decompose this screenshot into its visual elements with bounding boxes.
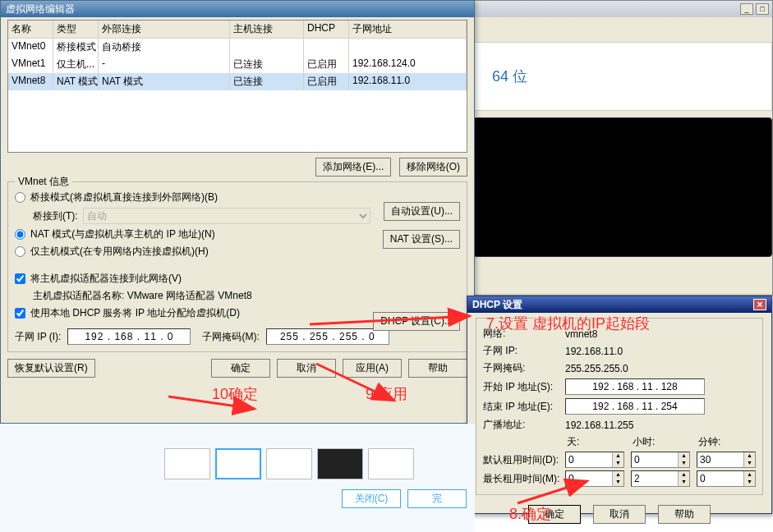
max-lease-label: 最长租用时间(M):	[483, 472, 565, 486]
dhcp-title: DHCP 设置	[472, 298, 522, 312]
col-dhcp: DHCP	[304, 21, 349, 38]
max-hours-spin[interactable]: ▲▼	[631, 470, 690, 487]
thumb[interactable]	[368, 448, 414, 479]
hostonly-radio[interactable]	[15, 246, 25, 257]
nat-settings-button[interactable]: NAT 设置(S)...	[383, 230, 460, 249]
dhcp-subip-value: 192.168.11.0	[565, 346, 756, 357]
def-days-spin[interactable]: ▲▼	[565, 452, 624, 468]
network-table[interactable]: 名称 类型 外部连接 主机连接 DHCP 子网地址 VMnet0桥接模式自动桥接…	[7, 20, 467, 153]
dhcp-subip-label: 子网 IP:	[483, 344, 565, 358]
dhcp-net-value: vmnet8	[565, 328, 756, 340]
col-subnet: 子网地址	[349, 21, 467, 38]
table-row[interactable]: VMnet1仅主机...-已连接已启用192.168.124.0	[8, 56, 467, 73]
background-window: _ □ 64 位	[472, 0, 773, 296]
thumb[interactable]	[266, 448, 312, 479]
bridge-radio[interactable]	[15, 192, 25, 203]
maximize-icon[interactable]: □	[756, 3, 769, 15]
apply-button[interactable]: 应用(A)	[343, 359, 402, 378]
minimize-icon[interactable]: _	[740, 3, 753, 15]
vmnet-info-legend: VMnet 信息	[15, 175, 72, 189]
subnet-ip-label: 子网 IP (I):	[15, 330, 61, 344]
dhcp-cancel-button[interactable]: 取消	[593, 505, 646, 524]
dhcp-bcast-label: 广播地址:	[483, 418, 565, 432]
max-days-spin[interactable]: ▲▼	[565, 470, 624, 487]
subnet-mask-input[interactable]: 255 . 255 . 255 . 0	[266, 328, 389, 345]
use-dhcp-check-row[interactable]: 使用本地 DHCP 服务将 IP 地址分配给虚拟机(D) DHCP 设置(C).…	[15, 306, 460, 320]
max-mins-spin[interactable]: ▲▼	[697, 470, 756, 487]
adapter-name-label: 主机虚拟适配器名称: VMware 网络适配器 VMnet8	[33, 289, 460, 303]
bg-content: 64 位	[473, 42, 772, 111]
virtual-network-editor: 虚拟网络编辑器 名称 类型 外部连接 主机连接 DHCP 子网地址 VMnet0…	[0, 0, 475, 424]
col-type: 类型	[53, 21, 99, 38]
thumb[interactable]	[164, 448, 210, 479]
dhcp-start-label: 开始 IP 地址(S):	[483, 380, 565, 394]
thumbnails	[0, 424, 475, 479]
auto-settings-button[interactable]: 自动设置(U)...	[384, 202, 460, 221]
dhcp-mask-value: 255.255.255.0	[565, 363, 756, 374]
col-ext: 外部连接	[99, 21, 230, 38]
remove-network-button[interactable]: 移除网络(O)	[399, 158, 467, 177]
bg-text: 64 位	[492, 66, 527, 86]
dhcp-start-input[interactable]: 192 . 168 . 11 . 128	[565, 378, 705, 395]
strip-close-button[interactable]: 关闭(C)	[342, 489, 401, 508]
cancel-button[interactable]: 取消	[277, 359, 336, 378]
col-host: 主机连接	[230, 21, 304, 38]
dhcp-bcast-value: 192.168.11.255	[565, 420, 756, 431]
bridge-to-label: 桥接到(T):	[33, 209, 78, 223]
add-network-button[interactable]: 添加网络(E)...	[315, 158, 391, 177]
bridge-to-select: 自动	[83, 208, 370, 224]
help-button[interactable]: 帮助	[408, 359, 467, 378]
dhcp-mask-label: 子网掩码:	[483, 361, 565, 375]
bg-window-controls: _ □	[473, 1, 772, 17]
hours-head: 小时:	[631, 435, 697, 449]
use-dhcp-checkbox[interactable]	[15, 308, 25, 319]
dhcp-settings-button[interactable]: DHCP 设置(C)...	[373, 312, 460, 331]
dhcp-settings-dialog: DHCP 设置 × 网络:vmnet8 子网 IP:192.168.11.0 子…	[467, 296, 772, 514]
connect-host-check-row[interactable]: 将主机虚拟适配器连接到此网络(V)	[15, 272, 460, 286]
nat-radio-row[interactable]: NAT 模式(与虚拟机共享主机的 IP 地址)(N) NAT 设置(S)...	[15, 227, 460, 241]
vne-title: 虚拟网络编辑器	[1, 1, 474, 17]
bg-preview	[473, 117, 772, 257]
subnet-ip-input[interactable]: 192 . 168 . 11 . 0	[67, 328, 191, 345]
dhcp-ok-button[interactable]: 确定	[528, 505, 581, 524]
table-row[interactable]: VMnet8NAT 模式NAT 模式已连接已启用192.168.11.0	[8, 73, 467, 90]
def-mins-spin[interactable]: ▲▼	[697, 452, 756, 468]
mins-head: 分钟:	[697, 435, 762, 449]
def-hours-spin[interactable]: ▲▼	[631, 452, 690, 468]
thumb[interactable]	[317, 448, 363, 479]
dhcp-net-label: 网络:	[483, 327, 565, 341]
nat-radio[interactable]	[15, 229, 25, 240]
days-head: 天:	[565, 435, 631, 449]
col-name: 名称	[8, 21, 53, 38]
dhcp-help-button[interactable]: 帮助	[658, 505, 711, 524]
bottom-strip: 关闭(C) 完	[0, 424, 475, 532]
table-header: 名称 类型 外部连接 主机连接 DHCP 子网地址	[8, 21, 467, 39]
vmnet-info-group: VMnet 信息 桥接模式(将虚拟机直接连接到外部网络)(B) 桥接到(T): …	[7, 181, 467, 352]
restore-defaults-button[interactable]: 恢复默认设置(R)	[7, 359, 95, 378]
subnet-mask-label: 子网掩码(M):	[202, 330, 259, 344]
dhcp-end-input[interactable]: 192 . 168 . 11 . 254	[565, 398, 705, 415]
thumb[interactable]	[215, 448, 261, 479]
table-row[interactable]: VMnet0桥接模式自动桥接	[8, 39, 467, 56]
dhcp-end-label: 结束 IP 地址(E):	[483, 400, 565, 414]
ok-button[interactable]: 确定	[211, 359, 270, 378]
connect-host-checkbox[interactable]	[15, 273, 25, 284]
close-icon[interactable]: ×	[753, 299, 766, 310]
dhcp-fieldset: 网络:vmnet8 子网 IP:192.168.11.0 子网掩码:255.25…	[476, 318, 763, 495]
default-lease-label: 默认租用时间(D):	[483, 453, 565, 467]
strip-complete-button[interactable]: 完	[407, 489, 467, 508]
